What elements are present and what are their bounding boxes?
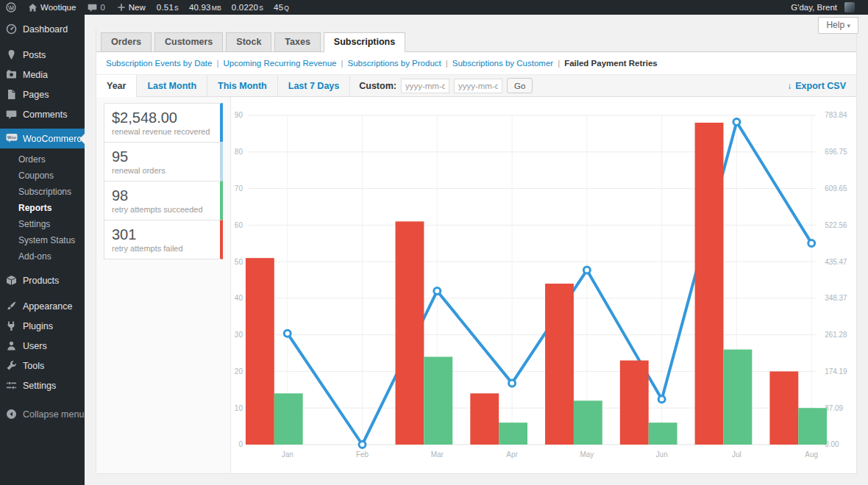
report-subnav: Subscription Events by Date|Upcoming Rec… (96, 52, 856, 74)
svg-text:696.75: 696.75 (825, 148, 847, 156)
tab-customers[interactable]: Customers (154, 32, 223, 52)
avatar (844, 2, 855, 12)
report-tabs: OrdersCustomersStockTaxesSubscriptions (96, 28, 856, 52)
range-last-month[interactable]: Last Month (137, 75, 207, 96)
admin-content: Help ▾ OrdersCustomersStockTaxesSubscrip… (85, 15, 868, 485)
svg-text:261.28: 261.28 (825, 331, 847, 339)
sidebar-item-orders[interactable]: Orders (0, 151, 85, 168)
box-icon (6, 275, 17, 286)
sidebar-item-media[interactable]: Media (0, 65, 85, 85)
wrench-icon (6, 360, 17, 371)
chart-legend: $2,548.00 renewal revenue recovered 95 r… (96, 97, 230, 473)
custom-range-label: Custom: (359, 81, 396, 91)
collapse-arrow-icon (6, 409, 17, 420)
page-icon (6, 89, 17, 100)
sidebar-item-users[interactable]: Users (0, 336, 85, 356)
sidebar-item-coupons[interactable]: Coupons (0, 168, 85, 184)
perf-stat-time: 0.51S (152, 3, 184, 12)
svg-text:783.84: 783.84 (825, 111, 847, 119)
home-icon (28, 3, 38, 12)
subnav-subscription-events-by-date[interactable]: Subscription Events by Date (106, 59, 212, 68)
chart-panel: 00.001087.0920174.1930261.2840348.375043… (230, 97, 856, 473)
comments-icon (6, 109, 17, 120)
svg-text:522.56: 522.56 (825, 221, 847, 229)
sidebar-item-system-status[interactable]: System Status (0, 232, 85, 248)
svg-text:70: 70 (235, 184, 243, 193)
svg-text:30: 30 (235, 331, 243, 339)
tab-taxes[interactable]: Taxes (274, 32, 321, 52)
sidebar-item-appearance[interactable]: Appearance (0, 296, 85, 316)
sidebar-item-pages[interactable]: Pages (0, 85, 85, 104)
site-name-label: Wootique (40, 3, 76, 12)
go-button[interactable]: Go (507, 78, 533, 93)
brush-icon (6, 301, 17, 312)
subnav-upcoming-recurring-revenue[interactable]: Upcoming Recurring Revenue (223, 59, 336, 68)
svg-text:Apr: Apr (506, 450, 518, 459)
media-icon (6, 69, 17, 80)
sidebar-item-products[interactable]: Products (0, 270, 85, 290)
woocommerce-icon: Woo (6, 133, 17, 144)
date-range-filter: Year Last Month This Month Last 7 Days C… (96, 74, 856, 97)
svg-text:Feb: Feb (356, 450, 369, 459)
new-label: New (129, 3, 146, 12)
comments-menu[interactable]: 0 (82, 0, 110, 15)
plug-icon (6, 320, 17, 331)
subnav-failed-payment-retries: Failed Payment Retries (564, 59, 658, 68)
stat-card-retry-attempts-failed[interactable]: 301 retry attempts failed (104, 220, 223, 259)
svg-text:435.47: 435.47 (825, 258, 847, 266)
sidebar-item-settings[interactable]: Settings (0, 376, 85, 395)
wp-logo-menu[interactable] (0, 0, 22, 15)
export-csv-link[interactable]: ↓ Export CSV (777, 75, 856, 96)
chevron-down-icon: ▾ (847, 22, 850, 29)
report-body: $2,548.00 renewal revenue recovered 95 r… (96, 97, 856, 473)
perf-stat-memory: 40.93MB (184, 3, 227, 12)
perf-stat-querytime: 0.0220S (227, 3, 268, 12)
tab-subscriptions[interactable]: Subscriptions (324, 32, 405, 52)
subnav-subscriptions-by-customer[interactable]: Subscriptions by Customer (452, 59, 553, 68)
sidebar-item-woocommerce[interactable]: Woo WooCommerce (0, 129, 85, 148)
sidebar-item-add-ons[interactable]: Add-ons (0, 248, 85, 265)
sidebar-item-plugins[interactable]: Plugins (0, 316, 85, 336)
range-this-month[interactable]: This Month (207, 75, 278, 96)
sidebar-item-settings-woo[interactable]: Settings (0, 216, 85, 232)
subnav-subscriptions-by-product[interactable]: Subscriptions by Product (348, 59, 441, 68)
sidebar-item-posts[interactable]: Posts (0, 45, 85, 65)
admin-sidebar: Dashboard Posts Media Pages Comments Woo… (0, 15, 85, 485)
sidebar-item-comments[interactable]: Comments (0, 104, 85, 124)
collapse-menu-button[interactable]: Collapse menu (0, 404, 85, 424)
dashboard-icon (6, 24, 17, 35)
admin-bar: Wootique 0 New 0.51S 40.93MB 0.0220S 45Q… (0, 0, 868, 15)
stat-card-renewal-orders[interactable]: 95 renewal orders (104, 142, 223, 182)
svg-text:609.65: 609.65 (825, 184, 847, 193)
svg-text:50: 50 (235, 258, 243, 266)
perf-stat-queries: 45Q (268, 3, 294, 12)
svg-text:0: 0 (238, 440, 243, 448)
svg-text:20: 20 (235, 367, 243, 376)
account-menu[interactable]: G'day, Brent (785, 0, 861, 15)
svg-text:348.37: 348.37 (825, 294, 847, 302)
help-button[interactable]: Help ▾ (818, 17, 858, 34)
sidebar-item-subscriptions[interactable]: Subscriptions (0, 184, 85, 200)
sidebar-item-dashboard[interactable]: Dashboard (0, 19, 85, 39)
report-chart: 00.001087.0920174.1930261.2840348.375043… (231, 97, 856, 475)
svg-text:80: 80 (235, 148, 243, 156)
svg-text:174.19: 174.19 (825, 367, 847, 376)
comments-count: 0 (100, 3, 104, 12)
sidebar-item-tools[interactable]: Tools (0, 356, 85, 376)
new-menu[interactable]: New (111, 0, 152, 15)
date-from-input[interactable] (401, 79, 449, 93)
tab-orders[interactable]: Orders (101, 32, 152, 52)
stat-card-retry-attempts-succeeded[interactable]: 98 retry attempts succeeded (104, 181, 223, 220)
svg-text:Aug: Aug (805, 450, 818, 459)
svg-text:90: 90 (235, 111, 243, 119)
tab-stock[interactable]: Stock (226, 32, 271, 52)
svg-text:Jan: Jan (282, 450, 294, 459)
sidebar-item-reports[interactable]: Reports (0, 200, 85, 216)
stat-card-renewal-revenue-recovered[interactable]: $2,548.00 renewal revenue recovered (104, 103, 223, 143)
site-name-menu[interactable]: Wootique (22, 0, 82, 15)
svg-text:Jul: Jul (732, 450, 741, 459)
download-icon: ↓ (787, 81, 791, 91)
date-to-input[interactable] (454, 79, 502, 93)
range-year[interactable]: Year (96, 75, 137, 97)
range-last-7-days[interactable]: Last 7 Days (278, 75, 350, 96)
